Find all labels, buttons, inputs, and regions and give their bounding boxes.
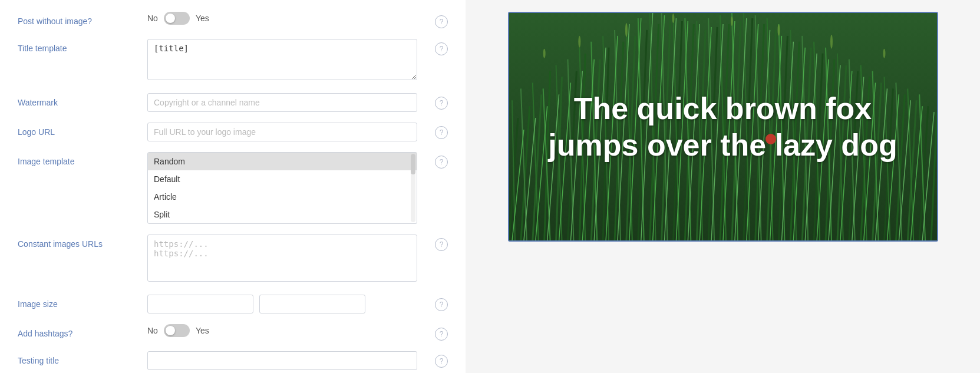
- add-hashtags-help-icon[interactable]: ?: [435, 328, 448, 341]
- constant-images-input[interactable]: [147, 235, 417, 282]
- constant-images-label: Constant images URLs: [18, 235, 147, 249]
- image-template-row: Image template Random Default Article Sp…: [18, 152, 448, 224]
- image-height-input[interactable]: 630: [259, 295, 365, 313]
- image-template-dropdown[interactable]: Random Default Article Split: [147, 152, 417, 224]
- image-template-help-icon[interactable]: ?: [435, 156, 448, 169]
- image-template-list: Random Default Article Split: [148, 153, 417, 223]
- constant-images-help-icon[interactable]: ?: [435, 238, 448, 251]
- preview-text: The quick brown fox jumps over the lazy …: [530, 90, 915, 164]
- add-hashtags-label: Add hashtags?: [18, 324, 147, 338]
- add-hashtags-yes-label: Yes: [196, 326, 209, 335]
- svg-point-117: [883, 49, 885, 58]
- title-template-input[interactable]: [147, 39, 417, 80]
- add-hashtags-toggle-track: [164, 324, 190, 337]
- title-template-help-icon[interactable]: ?: [435, 42, 448, 55]
- add-hashtags-toggle-row: No Yes: [147, 324, 417, 337]
- image-template-label: Image template: [18, 152, 147, 166]
- add-hashtags-toggle-thumb: [166, 326, 175, 335]
- image-size-inputs: 1200 630: [147, 295, 417, 313]
- testing-title-input[interactable]: The quick brown fox jumps over the lazy …: [147, 351, 417, 370]
- svg-point-116: [830, 35, 832, 49]
- post-without-image-toggle[interactable]: [164, 12, 190, 25]
- post-without-image-no-label: No: [147, 14, 158, 23]
- testing-title-row: Testing title The quick brown fox jumps …: [18, 351, 448, 370]
- logo-url-input[interactable]: [147, 123, 417, 141]
- post-without-image-label: Post without image?: [18, 12, 147, 26]
- svg-point-113: [672, 14, 674, 23]
- left-panel: Post without image? No Yes ? Title templ…: [0, 0, 466, 373]
- add-hashtags-row: Add hashtags? No Yes ?: [18, 324, 448, 341]
- dropdown-scrollbar: [411, 154, 415, 222]
- post-without-image-toggle-row: No Yes: [147, 12, 417, 25]
- constant-images-control: [147, 235, 417, 284]
- image-width-input[interactable]: 1200: [147, 295, 253, 313]
- image-template-option-split[interactable]: Split: [148, 206, 417, 223]
- scrollbar-thumb: [411, 154, 415, 174]
- svg-point-112: [625, 23, 627, 37]
- logo-url-row: Logo URL ?: [18, 123, 448, 141]
- right-panel: The quick brown fox jumps over the lazy …: [466, 0, 980, 373]
- post-without-image-row: Post without image? No Yes ?: [18, 12, 448, 28]
- watermark-input[interactable]: [147, 93, 417, 112]
- svg-point-115: [777, 24, 780, 36]
- watermark-label: Watermark: [18, 93, 147, 107]
- add-hashtags-control: No Yes: [147, 324, 417, 337]
- watermark-row: Watermark ?: [18, 93, 448, 112]
- post-without-image-help-icon[interactable]: ?: [435, 15, 448, 28]
- image-preview: The quick brown fox jumps over the lazy …: [508, 12, 938, 242]
- image-template-option-random[interactable]: Random: [148, 153, 417, 170]
- toggle-thumb: [166, 14, 175, 23]
- logo-url-label: Logo URL: [18, 123, 147, 137]
- title-template-row: Title template ?: [18, 39, 448, 82]
- add-hashtags-toggle[interactable]: [164, 324, 190, 337]
- image-template-option-default[interactable]: Default: [148, 170, 417, 188]
- image-template-control: Random Default Article Split: [147, 152, 417, 224]
- toggle-track: [164, 12, 190, 25]
- watermark-help-icon[interactable]: ?: [435, 97, 448, 110]
- title-template-label: Title template: [18, 39, 147, 53]
- svg-point-114: [730, 16, 732, 26]
- logo-url-control: [147, 123, 417, 141]
- testing-title-label: Testing title: [18, 351, 147, 365]
- image-size-row: Image size 1200 630 ?: [18, 295, 448, 313]
- image-size-help-icon[interactable]: ?: [435, 298, 448, 311]
- post-without-image-control: No Yes: [147, 12, 417, 25]
- constant-images-row: Constant images URLs ?: [18, 235, 448, 284]
- title-template-control: [147, 39, 417, 82]
- testing-title-control: The quick brown fox jumps over the lazy …: [147, 351, 417, 370]
- svg-point-110: [543, 49, 545, 58]
- add-hashtags-no-label: No: [147, 326, 158, 335]
- image-size-control: 1200 630: [147, 295, 417, 313]
- watermark-control: [147, 93, 417, 112]
- image-size-label: Image size: [18, 295, 147, 309]
- image-template-option-article[interactable]: Article: [148, 188, 417, 206]
- logo-url-help-icon[interactable]: ?: [435, 126, 448, 139]
- post-without-image-yes-label: Yes: [196, 14, 209, 23]
- svg-point-111: [578, 36, 580, 48]
- testing-title-help-icon[interactable]: ?: [435, 355, 448, 368]
